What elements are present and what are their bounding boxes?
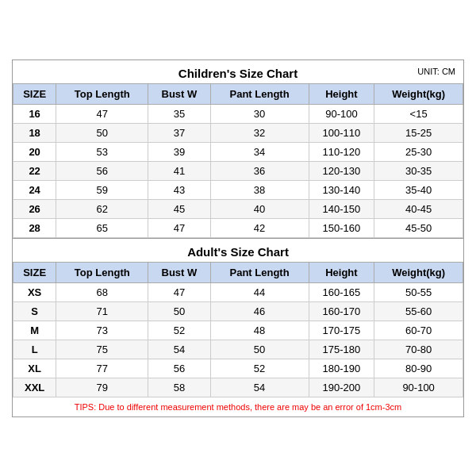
col-header-pantlength-a: Pant Length bbox=[210, 262, 309, 282]
data-cell: 170-175 bbox=[309, 321, 374, 340]
col-header-bustw-c: Bust W bbox=[148, 83, 210, 104]
col-header-height-c: Height bbox=[309, 83, 374, 104]
size-cell: 24 bbox=[13, 180, 56, 199]
table-row: XS684744160-16550-55 bbox=[13, 282, 463, 301]
data-cell: 75 bbox=[56, 340, 148, 359]
data-cell: 50 bbox=[210, 340, 309, 359]
data-cell: 79 bbox=[56, 378, 148, 397]
size-cell: M bbox=[13, 321, 56, 340]
data-cell: 73 bbox=[56, 321, 148, 340]
data-cell: 35-40 bbox=[374, 180, 463, 199]
data-cell: 25-30 bbox=[374, 142, 463, 161]
table-row: 20533934110-12025-30 bbox=[13, 142, 463, 161]
data-cell: 175-180 bbox=[309, 340, 374, 359]
data-cell: 150-160 bbox=[309, 218, 374, 237]
size-cell: 20 bbox=[13, 142, 56, 161]
data-cell: 35 bbox=[148, 104, 210, 123]
data-cell: 60-70 bbox=[374, 321, 463, 340]
adult-header-row: SIZE Top Length Bust W Pant Length Heigh… bbox=[13, 262, 463, 282]
data-cell: 50 bbox=[56, 123, 148, 142]
data-cell: 80-90 bbox=[374, 359, 463, 378]
col-header-weight-a: Weight(kg) bbox=[374, 262, 463, 282]
size-cell: S bbox=[13, 301, 56, 321]
table-row: 28654742150-16045-50 bbox=[13, 218, 463, 237]
unit-label: UNIT: CM bbox=[417, 67, 455, 76]
table-row: L755450175-18070-80 bbox=[13, 340, 463, 359]
data-cell: 56 bbox=[56, 161, 148, 180]
data-cell: 38 bbox=[210, 180, 309, 199]
data-cell: 62 bbox=[56, 199, 148, 218]
adult-title-text: Adult's Size Chart bbox=[187, 245, 289, 259]
col-header-bustw-a: Bust W bbox=[148, 262, 210, 282]
children-section-title: Children's Size Chart UNIT: CM bbox=[13, 60, 463, 83]
data-cell: 71 bbox=[56, 301, 148, 321]
size-cell: 16 bbox=[13, 104, 56, 123]
col-header-toplength-c: Top Length bbox=[56, 83, 148, 104]
col-header-height-a: Height bbox=[309, 262, 374, 282]
data-cell: 46 bbox=[210, 301, 309, 321]
data-cell: 42 bbox=[210, 218, 309, 237]
data-cell: 140-150 bbox=[309, 199, 374, 218]
data-cell: 190-200 bbox=[309, 378, 374, 397]
data-cell: 36 bbox=[210, 161, 309, 180]
data-cell: 100-110 bbox=[309, 123, 374, 142]
data-cell: 15-25 bbox=[374, 123, 463, 142]
adult-table: SIZE Top Length Bust W Pant Length Heigh… bbox=[13, 262, 463, 397]
data-cell: 52 bbox=[210, 359, 309, 378]
table-row: M735248170-17560-70 bbox=[13, 321, 463, 340]
size-cell: L bbox=[13, 340, 56, 359]
data-cell: 70-80 bbox=[374, 340, 463, 359]
size-cell: XS bbox=[13, 282, 56, 301]
children-title-text: Children's Size Chart bbox=[178, 67, 298, 80]
table-row: 22564136120-13030-35 bbox=[13, 161, 463, 180]
data-cell: 90-100 bbox=[309, 104, 374, 123]
col-header-size-a: SIZE bbox=[13, 262, 56, 282]
data-cell: 130-140 bbox=[309, 180, 374, 199]
table-row: 18503732100-11015-25 bbox=[13, 123, 463, 142]
data-cell: 47 bbox=[148, 282, 210, 301]
tips-text: TIPS: Due to different measurement metho… bbox=[13, 397, 463, 416]
data-cell: 110-120 bbox=[309, 142, 374, 161]
size-cell: 22 bbox=[13, 161, 56, 180]
data-cell: 48 bbox=[210, 321, 309, 340]
data-cell: 39 bbox=[148, 142, 210, 161]
table-row: 1647353090-100<15 bbox=[13, 104, 463, 123]
data-cell: <15 bbox=[374, 104, 463, 123]
data-cell: 50 bbox=[148, 301, 210, 321]
data-cell: 37 bbox=[148, 123, 210, 142]
data-cell: 44 bbox=[210, 282, 309, 301]
table-row: 26624540140-15040-45 bbox=[13, 199, 463, 218]
size-chart: Children's Size Chart UNIT: CM SIZE Top … bbox=[12, 60, 464, 417]
data-cell: 30 bbox=[210, 104, 309, 123]
data-cell: 120-130 bbox=[309, 161, 374, 180]
size-cell: XXL bbox=[13, 378, 56, 397]
data-cell: 90-100 bbox=[374, 378, 463, 397]
col-header-weight-c: Weight(kg) bbox=[374, 83, 463, 104]
data-cell: 41 bbox=[148, 161, 210, 180]
data-cell: 160-170 bbox=[309, 301, 374, 321]
size-cell: 28 bbox=[13, 218, 56, 237]
data-cell: 50-55 bbox=[374, 282, 463, 301]
data-cell: 58 bbox=[148, 378, 210, 397]
data-cell: 45-50 bbox=[374, 218, 463, 237]
data-cell: 59 bbox=[56, 180, 148, 199]
table-row: XL775652180-19080-90 bbox=[13, 359, 463, 378]
data-cell: 56 bbox=[148, 359, 210, 378]
data-cell: 52 bbox=[148, 321, 210, 340]
size-cell: 26 bbox=[13, 199, 56, 218]
data-cell: 77 bbox=[56, 359, 148, 378]
children-table: SIZE Top Length Bust W Pant Length Heigh… bbox=[13, 83, 463, 238]
col-header-toplength-a: Top Length bbox=[56, 262, 148, 282]
table-row: XXL795854190-20090-100 bbox=[13, 378, 463, 397]
data-cell: 55-60 bbox=[374, 301, 463, 321]
data-cell: 45 bbox=[148, 199, 210, 218]
data-cell: 30-35 bbox=[374, 161, 463, 180]
col-header-size-c: SIZE bbox=[13, 83, 56, 104]
table-row: S715046160-17055-60 bbox=[13, 301, 463, 321]
children-header-row: SIZE Top Length Bust W Pant Length Heigh… bbox=[13, 83, 463, 104]
data-cell: 53 bbox=[56, 142, 148, 161]
data-cell: 54 bbox=[148, 340, 210, 359]
data-cell: 40 bbox=[210, 199, 309, 218]
size-cell: 18 bbox=[13, 123, 56, 142]
data-cell: 47 bbox=[148, 218, 210, 237]
